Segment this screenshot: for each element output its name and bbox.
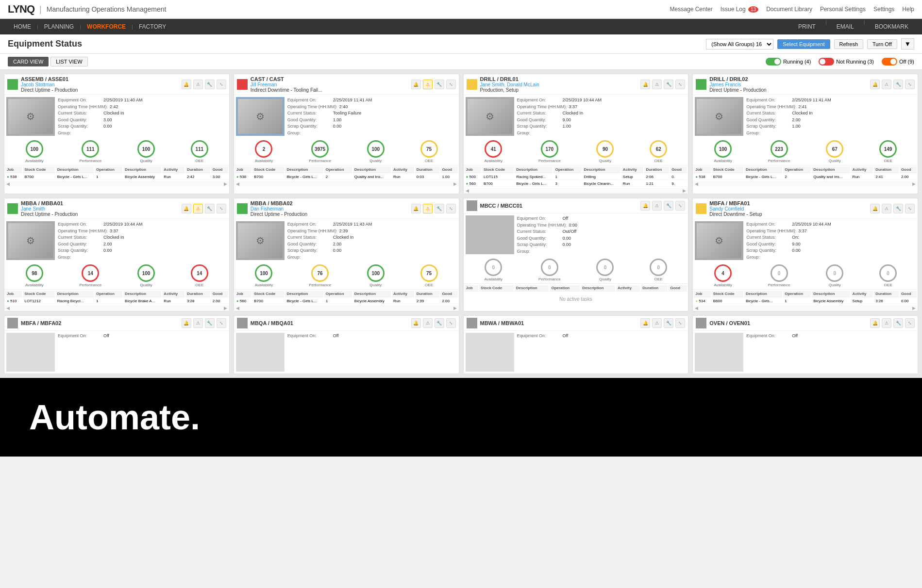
th-duration: Duration [641, 285, 668, 292]
expand-icon[interactable]: ⤡ [217, 204, 226, 213]
equipment-card-mbfa-mbfa01[interactable]: MBFA / MBFA01 Sandy Cornfield Direct Dow… [692, 198, 918, 311]
select-equipment-button[interactable]: Select Equipment [777, 39, 830, 49]
expand-icon[interactable]: ⤡ [217, 318, 226, 328]
alert-icon[interactable]: ⚠ [193, 80, 203, 89]
tool-icon[interactable]: 🔧 [435, 318, 444, 328]
card-operator[interactable]: Sandy Cornfield [709, 206, 867, 212]
alert-icon[interactable]: ⚠ [652, 201, 662, 211]
metric-value-quality: 67 [826, 140, 843, 158]
nav-home[interactable]: HOME [8, 19, 37, 34]
equipment-card-drill-dril01[interactable]: DRILL / DRIL01 Jane Smith, Donald McLain… [463, 74, 689, 194]
tool-icon[interactable]: 🔧 [205, 318, 215, 328]
tool-icon[interactable]: 🔧 [435, 80, 444, 89]
equipment-card-mbcc-mbcc01[interactable]: MBCC / MBCC01 🔔 ⚠ 🔧 ⤡ Equipment On:Off O… [463, 198, 689, 311]
refresh-button[interactable]: Refresh [834, 39, 864, 49]
turn-off-button[interactable]: Turn Off [867, 39, 897, 49]
equipment-card-mbwa-mbwa01[interactable]: MBWA / MBWA01 🔔 ⚠ 🔧 ⤡ Equipment On:Off [463, 315, 689, 374]
tool-icon[interactable]: 🔧 [893, 204, 903, 213]
tool-icon[interactable]: 🔧 [205, 204, 215, 213]
list-view-button[interactable]: LIST VIEW [50, 57, 87, 66]
bell-icon[interactable]: 🔔 [182, 204, 191, 213]
document-library-link[interactable]: Document Library [766, 6, 812, 13]
metrics-row: 100 Availability 76 Performance 100 Qual… [234, 262, 459, 289]
help-link[interactable]: Help [902, 6, 914, 13]
alert-icon[interactable]: ⚠ [423, 80, 433, 89]
bell-icon[interactable]: 🔔 [640, 318, 650, 328]
tool-icon[interactable]: 🔧 [664, 80, 673, 89]
expand-icon[interactable]: ⤡ [675, 201, 685, 211]
card-eq-name: CAST / CAST [251, 76, 408, 82]
equipment-card-mbba-mbba02[interactable]: MBBA / MBBA02 Dan Fisherman Direct Uptim… [234, 198, 459, 311]
equipment-card-assemb-asse01[interactable]: ASSEMB / ASSE01 Jacob Stottman Direct Up… [4, 74, 230, 194]
nav-print[interactable]: PRINT [792, 19, 821, 34]
bell-icon[interactable]: 🔔 [411, 204, 421, 213]
alert-icon[interactable]: ⚠ [193, 318, 203, 328]
expand-icon[interactable]: ⤡ [675, 80, 685, 89]
card-operator[interactable]: Jane Smith [21, 206, 179, 212]
bell-icon[interactable]: 🔔 [182, 318, 191, 328]
card-operator[interactable]: Jill Freeman [251, 82, 408, 87]
expand-icon[interactable]: ⤡ [446, 204, 456, 213]
metrics-row: 4 Availability 0 Performance 0 Quality [693, 262, 918, 289]
expand-icon[interactable]: ⤡ [905, 80, 915, 89]
expand-icon[interactable]: ⤡ [446, 318, 456, 328]
equipment-card-oven-oven01[interactable]: OVEN / OVEN01 🔔 ⚠ 🔧 ⤡ Equipment On:Off [692, 315, 918, 374]
bell-icon[interactable]: 🔔 [640, 80, 650, 89]
tool-icon[interactable]: 🔧 [893, 318, 903, 328]
bell-icon[interactable]: 🔔 [870, 204, 880, 213]
bell-icon[interactable]: 🔔 [411, 80, 421, 89]
bell-icon[interactable]: 🔔 [870, 318, 880, 328]
message-center-link[interactable]: Message Center [670, 6, 713, 13]
expand-icon[interactable]: ⤡ [446, 80, 456, 89]
tool-icon[interactable]: 🔧 [205, 80, 215, 89]
turn-off-dropdown[interactable]: ▼ [901, 38, 914, 49]
groups-select[interactable]: (Show All Groups) 16 [706, 39, 773, 49]
nav-factory[interactable]: FACTORY [133, 19, 172, 34]
card-operator[interactable]: Jacob Stottman [21, 82, 179, 87]
tool-icon[interactable]: 🔧 [893, 80, 903, 89]
tool-icon[interactable]: 🔧 [664, 201, 673, 211]
card-operator[interactable]: James Francis [709, 82, 867, 87]
tool-icon[interactable]: 🔧 [664, 318, 673, 328]
settings-link[interactable]: Settings [873, 6, 894, 13]
alert-icon[interactable]: ⚠ [423, 204, 433, 213]
card-operator[interactable]: Jane Smith, Donald McLain [480, 82, 638, 87]
bell-icon[interactable]: 🔔 [640, 201, 650, 211]
expand-icon[interactable]: ⤡ [217, 80, 226, 89]
td-opdesc: Bicycle Brake A... [123, 298, 161, 304]
nav-workforce[interactable]: WORKFORCE [81, 19, 132, 34]
alert-icon[interactable]: ⚠ [882, 204, 891, 213]
nav-bookmark[interactable]: BOOKMARK [869, 19, 914, 34]
expand-icon[interactable]: ⤡ [905, 318, 915, 328]
tool-icon[interactable]: 🔧 [435, 204, 444, 213]
table-row: ● 560 B700 Bicycle - Girls L... 3 Bicycl… [465, 181, 687, 187]
alert-icon[interactable]: ⚠ [882, 318, 891, 328]
card-operator[interactable]: Dan Fisherman [251, 206, 408, 212]
metric-availability: 98 Availability [25, 264, 44, 287]
expand-icon[interactable]: ⤡ [675, 318, 685, 328]
card-icons: 🔔 ⚠ 🔧 ⤡ [640, 80, 685, 89]
nav-planning[interactable]: PLANNING [38, 19, 80, 34]
alert-icon[interactable]: ⚠ [882, 80, 891, 89]
equipment-card-mbfa-mbfa02[interactable]: MBFA / MBFA02 🔔 ⚠ 🔧 ⤡ Equipment On:Off [4, 315, 230, 374]
card-view-button[interactable]: CARD VIEW [8, 57, 49, 66]
off-toggle[interactable] [882, 58, 897, 65]
equipment-card-drill-dril02[interactable]: DRILL / DRIL02 James Francis Direct Upti… [692, 74, 918, 194]
bell-icon[interactable]: 🔔 [411, 318, 421, 328]
alert-icon[interactable]: ⚠ [652, 318, 662, 328]
alert-icon[interactable]: ⚠ [423, 318, 433, 328]
alert-icon[interactable]: ⚠ [193, 204, 203, 213]
not-running-toggle[interactable] [819, 58, 834, 65]
equipment-card-mbqa-mbqa01[interactable]: MBQA / MBQA01 🔔 ⚠ 🔧 ⤡ Equipment On:Off [234, 315, 459, 374]
th-job: Job [5, 166, 22, 173]
nav-email[interactable]: EMAIL [831, 19, 860, 34]
alert-icon[interactable]: ⚠ [652, 80, 662, 89]
personal-settings-link[interactable]: Personal Settings [820, 6, 866, 13]
equipment-card-cast-cast[interactable]: CAST / CAST Jill Freeman Indirect Downti… [234, 74, 459, 194]
bell-icon[interactable]: 🔔 [870, 80, 880, 89]
bell-icon[interactable]: 🔔 [182, 80, 191, 89]
running-toggle[interactable] [766, 58, 781, 65]
expand-icon[interactable]: ⤡ [905, 204, 915, 213]
equipment-card-mbba-mbba01[interactable]: MBBA / MBBA01 Jane Smith Direct Uptime -… [4, 198, 230, 311]
issue-log-link[interactable]: Issue Log 13 [721, 6, 759, 13]
